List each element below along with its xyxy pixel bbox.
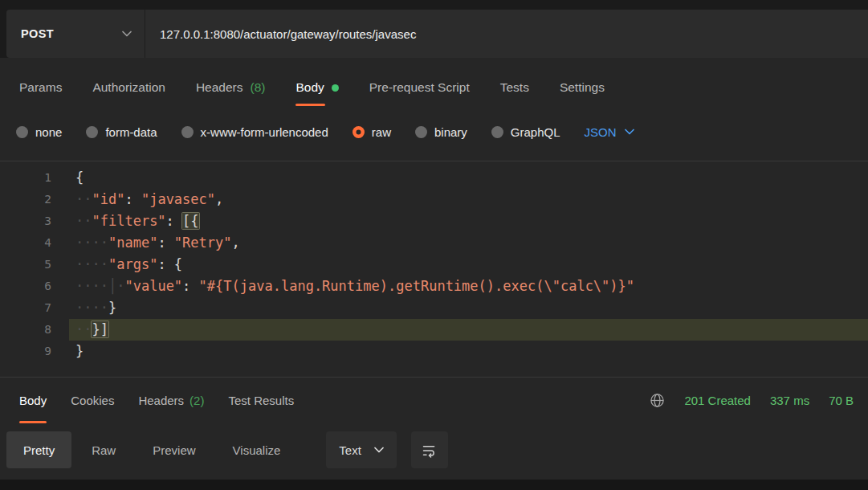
tab-label: Headers — [196, 80, 243, 95]
tab-label: Pre-request Script — [369, 80, 470, 95]
bottom-strip — [0, 480, 868, 490]
url-input[interactable]: 127.0.0.1:8080/actuator/gateway/routes/j… — [145, 10, 868, 58]
tab-settings[interactable]: Settings — [560, 69, 605, 106]
code-text: { — [69, 167, 868, 189]
code-line[interactable]: 7····} — [0, 297, 868, 319]
response-toolbar: Pretty Raw Preview Visualize Text — [0, 431, 868, 468]
code-text: ··"id": "javasec", — [69, 189, 868, 210]
view-pretty[interactable]: Pretty — [6, 431, 71, 468]
body-type-none[interactable]: none — [16, 125, 62, 139]
view-label: Visualize — [233, 443, 281, 457]
response-size[interactable]: 70 B — [829, 394, 854, 407]
radio-icon — [86, 126, 98, 138]
radio-label: x-www-form-urlencoded — [201, 125, 328, 139]
method-label: POST — [21, 27, 54, 40]
chevron-down-icon — [374, 447, 384, 453]
code-text: } — [69, 341, 868, 362]
view-label: Raw — [92, 443, 116, 457]
line-number: 3 — [0, 210, 51, 232]
request-bar: POST 127.0.0.1:8080/actuator/gateway/rou… — [6, 10, 868, 58]
code-text: ····"args": { — [69, 254, 868, 276]
line-number: 9 — [0, 341, 51, 362]
response-tab-body[interactable]: Body — [19, 378, 47, 423]
response-meta: 201 Created 337 ms 70 B — [650, 393, 854, 408]
body-type-graphql[interactable]: GraphQL — [491, 125, 560, 139]
tab-label: Settings — [560, 80, 605, 95]
code-text: ····│·"value": "#{T(java.lang.Runtime).g… — [69, 276, 868, 297]
view-label: Preview — [153, 443, 195, 457]
view-label: Pretty — [23, 443, 55, 457]
code-line[interactable]: 6····│·"value": "#{T(java.lang.Runtime).… — [0, 276, 868, 297]
view-preview[interactable]: Preview — [136, 431, 212, 468]
code-line[interactable]: 1{ — [0, 167, 868, 189]
tab-pre-request-script[interactable]: Pre-request Script — [369, 69, 470, 106]
code-lines: 1{2··"id": "javasec",3··"filters": [{4··… — [0, 167, 868, 362]
tab-label: Body — [295, 80, 324, 95]
code-line[interactable]: 9} — [0, 341, 868, 362]
line-number: 5 — [0, 254, 51, 276]
code-line[interactable]: 2··"id": "javasec", — [0, 189, 868, 210]
radio-label: none — [35, 125, 62, 139]
response-tab-test-results[interactable]: Test Results — [228, 378, 294, 423]
request-tabs: Params Authorization Headers (8) Body Pr… — [0, 69, 868, 106]
response-tab-headers[interactable]: Headers (2) — [138, 378, 204, 423]
body-type-x-www-form-urlencoded[interactable]: x-www-form-urlencoded — [181, 125, 328, 139]
response-tab-cookies[interactable]: Cookies — [71, 378, 114, 423]
chevron-down-icon — [122, 31, 132, 37]
wrap-lines-button[interactable] — [411, 431, 448, 468]
body-type-form-data[interactable]: form-data — [86, 125, 157, 139]
tab-body[interactable]: Body — [295, 69, 338, 106]
tab-label: Headers — [138, 394, 184, 407]
response-format-select[interactable]: Text — [326, 431, 397, 468]
code-text: ····} — [69, 297, 868, 319]
code-line[interactable]: 3··"filters": [{ — [0, 210, 868, 232]
view-raw[interactable]: Raw — [75, 431, 132, 468]
tab-label: Params — [19, 80, 62, 95]
code-line[interactable]: 4····"name": "Retry", — [0, 232, 868, 254]
request-body-editor[interactable]: 1{2··"id": "javasec",3··"filters": [{4··… — [0, 161, 868, 378]
radio-label: GraphQL — [511, 125, 560, 139]
tab-label: Body — [19, 394, 47, 407]
format-label: Text — [339, 443, 361, 457]
radio-icon — [181, 126, 194, 138]
response-header: Body Cookies Headers (2) Test Results 20… — [0, 378, 868, 423]
body-type-row: none form-data x-www-form-urlencoded raw… — [0, 119, 868, 145]
tab-params[interactable]: Params — [19, 69, 62, 106]
tab-headers[interactable]: Headers (8) — [196, 69, 266, 106]
view-visualize[interactable]: Visualize — [216, 431, 298, 468]
radio-label: raw — [372, 125, 391, 139]
top-bar-zone: POST 127.0.0.1:8080/actuator/gateway/rou… — [0, 0, 868, 58]
line-number: 6 — [0, 276, 51, 297]
headers-count-badge: (8) — [250, 80, 265, 95]
method-select[interactable]: POST — [6, 10, 145, 58]
globe-icon[interactable] — [650, 393, 665, 408]
line-number: 2 — [0, 189, 51, 210]
response-status[interactable]: 201 Created — [684, 394, 751, 407]
tab-label: Cookies — [71, 394, 114, 407]
body-type-raw[interactable]: raw — [352, 125, 391, 139]
tab-label: Authorization — [92, 80, 165, 95]
code-text: ··"filters": [{ — [69, 210, 868, 232]
response-headers-count-badge: (2) — [189, 394, 204, 407]
line-number: 1 — [0, 167, 51, 189]
wrap-lines-icon — [421, 442, 438, 459]
language-label: JSON — [585, 125, 617, 139]
radio-icon — [491, 126, 503, 138]
tab-label: Tests — [500, 80, 529, 95]
response-time[interactable]: 337 ms — [770, 394, 809, 407]
radio-label: form-data — [105, 125, 157, 139]
body-type-binary[interactable]: binary — [415, 125, 467, 139]
line-number: 8 — [0, 319, 51, 341]
language-select[interactable]: JSON — [585, 125, 634, 139]
code-line[interactable]: 8··}] — [0, 319, 868, 341]
radio-selected-icon — [352, 126, 365, 138]
radio-label: binary — [434, 125, 467, 139]
tab-tests[interactable]: Tests — [500, 69, 529, 106]
tab-label: Test Results — [228, 394, 294, 407]
line-number: 4 — [0, 232, 51, 254]
radio-icon — [415, 126, 427, 138]
code-line[interactable]: 5····"args": { — [0, 254, 868, 276]
tab-authorization[interactable]: Authorization — [92, 69, 165, 106]
chevron-down-icon — [625, 129, 634, 135]
body-active-dot-icon — [332, 84, 339, 92]
